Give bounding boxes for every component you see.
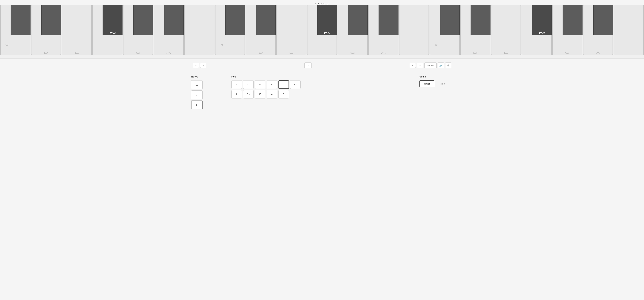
key-section: Key *CGFDB♭AE♭EA♭B <box>232 75 413 109</box>
svg-rect-43 <box>256 5 276 35</box>
controls-row: + - ⤢ - + Names 🔗 ⚙ <box>188 61 456 70</box>
names-button[interactable]: Names <box>424 62 436 68</box>
link-button[interactable]: 🔗 <box>438 62 444 68</box>
svg-rect-35 <box>614 5 644 55</box>
svg-rect-36 <box>11 5 30 35</box>
svg-rect-49 <box>471 5 490 35</box>
svg-rect-47 <box>379 5 398 35</box>
svg-text:G: G <box>350 52 355 54</box>
key-option-button[interactable]: A♭ <box>267 90 277 98</box>
notes-title: Notes <box>191 75 225 78</box>
svg-text:E: E <box>289 52 294 54</box>
scale-title: Scale <box>420 75 453 78</box>
notes-section: Notes 1275 <box>191 75 225 109</box>
key-option-button[interactable]: F <box>267 80 277 89</box>
note-item[interactable]: 7 <box>191 90 202 99</box>
expand-button[interactable]: ⤢ <box>304 62 312 68</box>
scale-option-button[interactable]: Major <box>420 80 434 87</box>
svg-text:D: D <box>44 52 48 54</box>
svg-rect-28 <box>491 5 521 55</box>
svg-rect-16 <box>276 5 306 55</box>
key-option-button[interactable]: C <box>243 80 254 89</box>
svg-text:4: 4 <box>220 44 224 46</box>
svg-rect-11 <box>184 5 214 55</box>
svg-rect-46 <box>348 5 368 35</box>
key-title: Key <box>232 75 413 78</box>
svg-rect-37 <box>42 5 61 35</box>
scale-section: Scale MajorMinor <box>420 75 453 109</box>
link-icon: 🔗 <box>439 64 442 67</box>
svg-rect-48 <box>440 5 460 35</box>
key-option-button[interactable]: E <box>255 90 265 98</box>
svg-rect-52 <box>563 5 582 35</box>
svg-text:G: G <box>136 52 141 54</box>
svg-text:F#: F# <box>109 32 116 34</box>
svg-rect-4 <box>62 5 92 55</box>
svg-text:A: A <box>381 52 386 54</box>
zoom-out-right-button[interactable]: - <box>410 63 416 68</box>
svg-text:D: D <box>473 52 478 54</box>
svg-text:A: A <box>596 52 600 54</box>
note-item[interactable]: 12 <box>191 80 202 89</box>
notes-list: 1275 <box>191 80 225 109</box>
svg-text:A: A <box>166 52 171 54</box>
piano-keyboard: 3DEGA4DEGA5DEGAF#F#F# <box>0 5 644 59</box>
key-option-button[interactable]: B <box>278 90 289 98</box>
svg-text:E: E <box>74 52 79 54</box>
note-item[interactable]: 5 <box>191 100 202 109</box>
svg-text:5: 5 <box>434 44 438 46</box>
key-option-button[interactable]: D <box>278 80 289 89</box>
bottom-section: Notes 1275 Key *CGFDB♭AE♭EA♭B Scale Majo… <box>188 70 456 113</box>
scale-option-button[interactable]: Minor <box>436 80 450 87</box>
svg-text:D: D <box>258 52 263 54</box>
svg-text:F#: F# <box>538 32 545 34</box>
controls-center: ⤢ <box>304 62 312 68</box>
svg-rect-53 <box>594 5 613 35</box>
controls-left: + - <box>193 63 206 68</box>
svg-rect-44 <box>318 5 337 35</box>
key-option-button[interactable]: G <box>255 80 265 89</box>
key-row: AE♭EA♭B <box>232 90 413 98</box>
key-option-button[interactable]: E♭ <box>243 90 254 98</box>
settings-button[interactable]: ⚙ <box>445 62 451 68</box>
key-option-button[interactable]: A <box>232 90 242 98</box>
svg-rect-42 <box>226 5 245 35</box>
expand-icon: ⤢ <box>307 64 309 67</box>
svg-rect-38 <box>103 5 122 35</box>
svg-rect-23 <box>399 5 429 55</box>
key-option-button[interactable]: * <box>232 80 242 89</box>
svg-rect-50 <box>532 5 552 35</box>
scale-row: MajorMinor <box>420 80 453 87</box>
zoom-out-left-button[interactable]: - <box>200 63 206 68</box>
settings-icon: ⚙ <box>447 64 450 67</box>
key-row: *CGFDB♭ <box>232 80 413 89</box>
key-option-button[interactable]: B♭ <box>290 80 300 89</box>
zoom-in-right-button[interactable]: + <box>417 63 423 68</box>
svg-rect-41 <box>164 5 184 35</box>
key-grid: *CGFDB♭AE♭EA♭B <box>232 80 413 98</box>
piano-title: P I A N O <box>315 2 329 5</box>
svg-text:F#: F# <box>324 32 330 34</box>
svg-text:G: G <box>565 52 570 54</box>
svg-text:3: 3 <box>5 44 9 46</box>
svg-text:E: E <box>504 52 508 54</box>
zoom-in-left-button[interactable]: + <box>193 63 199 68</box>
controls-right: - + Names 🔗 ⚙ <box>410 62 451 68</box>
svg-rect-40 <box>134 5 153 35</box>
